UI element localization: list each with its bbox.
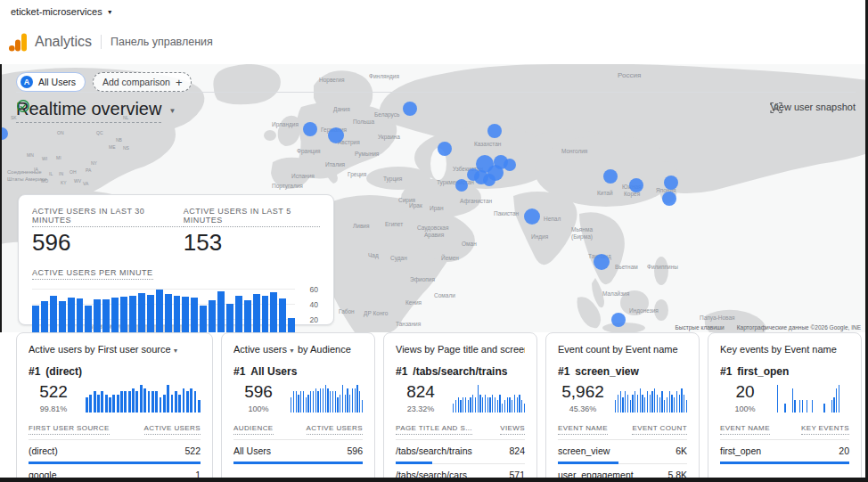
report-card: Event count by Event name#1screen_view5,… [545, 332, 700, 482]
column-header-value[interactable]: VIEWS [500, 424, 525, 435]
column-header-value[interactable]: ACTIVE USERS [144, 424, 201, 435]
card-title-part[interactable]: Active users [29, 344, 82, 355]
sparkline-bar [194, 391, 197, 413]
card-title[interactable]: Key events by Event name [720, 344, 849, 355]
map-shortcuts-link[interactable]: Быстрые клавиши [676, 324, 725, 331]
sparkline-bar [345, 395, 346, 413]
card-title[interactable]: Active users▼ by Audience [233, 344, 363, 355]
sparkline-bar [492, 395, 493, 413]
sparkline-bar [315, 388, 316, 413]
card-title-part[interactable]: Key events [720, 344, 768, 355]
world-map: РоссияФинляндияНорвегияДанияИрландияГерм… [0, 64, 868, 332]
sparkline-bar [352, 388, 353, 413]
title-dropdown-caret-icon[interactable]: ▼ [168, 107, 176, 115]
view-user-snapshot-button[interactable]: View user snapshot [770, 102, 856, 112]
sparkline-bar [337, 397, 338, 413]
sparkline-bar [836, 388, 837, 413]
card-title[interactable]: Active users by First user source▼ [29, 344, 201, 355]
card-title[interactable]: Event count by Event name [558, 344, 687, 355]
card-title-part[interactable]: Event name [626, 344, 678, 355]
sparkline-bar [356, 385, 357, 413]
column-header-value[interactable]: ACTIVE USERS [307, 424, 363, 435]
card-title-part[interactable]: Page title and screen name [438, 344, 525, 355]
sparkline-bar [509, 397, 510, 413]
user-location-dot [438, 142, 452, 156]
card-title[interactable]: Views by Page title and screen name [396, 344, 525, 355]
sparkline-bar [468, 400, 469, 413]
sparkline-bar [296, 391, 297, 413]
card-title-part[interactable]: by [295, 344, 310, 355]
column-header-name[interactable]: FIRST USER SOURCE [29, 424, 110, 435]
map-country-label: Танзания [396, 321, 421, 327]
add-comparison-chip[interactable]: Add comparison + [93, 72, 192, 92]
column-header-name[interactable]: PAGE TITLE AND S... [396, 424, 472, 435]
sparkline-bar [674, 397, 675, 413]
card-title-part[interactable]: by [768, 344, 784, 355]
audience-a-icon: A [20, 76, 33, 88]
sparkline-bar [622, 397, 623, 413]
sparkline-bar [831, 400, 832, 413]
card-title-part[interactable]: by [422, 344, 438, 355]
sparkline-bar [132, 388, 135, 413]
row-proportion-bar [396, 462, 432, 464]
card-title-part[interactable]: Event count [558, 344, 610, 355]
row-name: (direct) [29, 445, 58, 456]
card-title-part[interactable]: Views [396, 344, 422, 355]
card-title-part[interactable]: by [610, 344, 626, 355]
column-header-name[interactable]: AUDIENCE [233, 424, 274, 435]
map-country-label: Индия [531, 233, 548, 240]
sparkline-bar [135, 391, 138, 413]
minute-bar [244, 300, 251, 332]
sparkline-bar [455, 400, 456, 413]
minute-bar [120, 297, 127, 332]
report-card: Active users▼ by Audience#1All Users5961… [221, 332, 375, 482]
card-title-part[interactable]: Audience [310, 344, 351, 355]
sparkline-bar [186, 391, 189, 413]
table-row: (direct)522 [29, 440, 201, 464]
card-sparkline [615, 382, 687, 413]
sparkline-bar [320, 388, 321, 413]
y-axis-tick-label: 40 [310, 300, 318, 309]
card-title-part[interactable]: Event name [784, 344, 837, 355]
user-snapshot-icon [770, 102, 782, 114]
rank-number: #1 [233, 365, 245, 378]
sparkline-bar [637, 395, 638, 413]
sparkline-bar [618, 395, 618, 413]
minute-bar [94, 299, 101, 332]
project-selector[interactable]: eticket-microservices ▼ [11, 6, 113, 17]
column-header-value[interactable]: EVENT COUNT [632, 424, 687, 435]
map-country-label: MI [56, 155, 61, 160]
sparkline-bar [151, 391, 154, 413]
map-country-label: IA [34, 167, 38, 172]
column-header-name[interactable]: EVENT NAME [558, 424, 608, 435]
map-country-label: QC [96, 130, 103, 135]
user-location-dot [594, 254, 610, 270]
sparkline-bar [627, 395, 628, 413]
all-users-chip[interactable]: A All Users [16, 72, 86, 92]
realtime-summary-card: ACTIVE USERS IN LAST 30 MINUTES 596 ACTI… [18, 194, 334, 325]
card-title-part[interactable]: by [82, 344, 98, 355]
map-attribution: Быстрые клавиши Картографические данные … [676, 324, 861, 331]
card-title-part[interactable]: First user source [98, 344, 171, 355]
sparkline-bar [183, 388, 185, 413]
map-country-label: Папуа-Новая [700, 315, 735, 321]
map-country-label: Кения [405, 299, 422, 306]
sparkline-bar [109, 397, 111, 413]
map-country-label: PA [86, 167, 91, 173]
dropdown-caret-icon[interactable]: ▼ [289, 347, 295, 354]
table-row: screen_view6K [558, 440, 687, 464]
rank-item-name: /tabs/search/trains [413, 365, 507, 378]
dropdown-caret-icon[interactable]: ▼ [173, 347, 179, 354]
card-title-part[interactable]: Active users [233, 344, 287, 355]
map-country-label: Судан [390, 255, 407, 261]
minute-bar [68, 298, 75, 332]
column-header-value[interactable]: KEY EVENTS [801, 424, 849, 435]
column-header-name[interactable]: EVENT NAME [720, 424, 770, 435]
minute-bar [165, 294, 172, 332]
map-country-label: ME [109, 144, 116, 150]
sparkline-bar [833, 397, 834, 413]
map-country-label: NY [91, 160, 97, 166]
minute-bar [226, 304, 233, 332]
rank-item-name: All Users [250, 365, 297, 378]
minute-bar [200, 306, 207, 332]
